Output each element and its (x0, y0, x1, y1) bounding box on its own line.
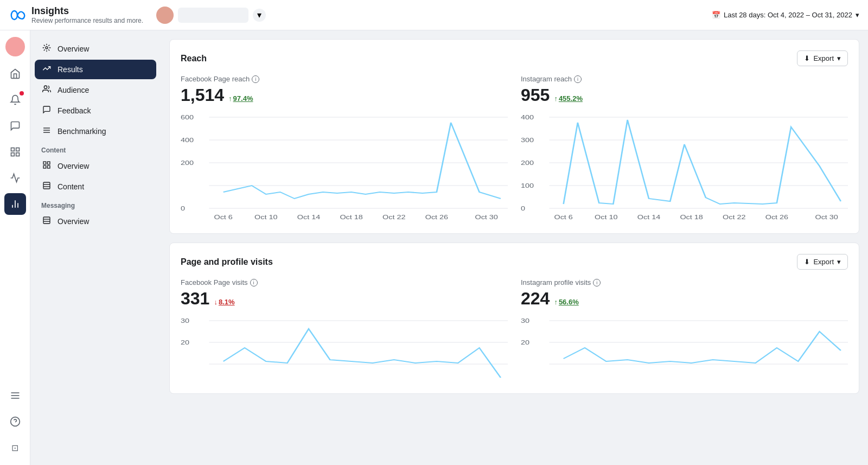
date-range-text: Last 28 days: Oct 4, 2022 – Oct 31, 2022 (724, 11, 852, 19)
main-layout: ⊡ Overview Results Audience Feedba (0, 30, 868, 465)
visits-card-header: Page and profile visits ⬇ Export ▾ (181, 254, 848, 270)
nav-insights-button[interactable] (4, 193, 26, 215)
meta-logo-icon (9, 7, 26, 24)
fb-reach-number: 1,514 (181, 85, 224, 105)
visits-title: Page and profile visits (181, 257, 273, 267)
fb-visits-info-icon[interactable]: i (250, 279, 258, 286)
reach-export-button[interactable]: ⬇ Export ▾ (797, 50, 848, 66)
sidebar-messaging-overview-label: Overview (58, 217, 89, 226)
svg-text:300: 300 (521, 137, 534, 144)
icon-bar-bottom: ⊡ (4, 385, 26, 458)
sidebar-benchmarking-label: Benchmarking (58, 127, 106, 136)
sidebar-feedback-label: Feedback (58, 106, 91, 115)
profile-area: ▾ (156, 7, 712, 24)
svg-text:30: 30 (521, 317, 529, 324)
svg-text:Oct 18: Oct 18 (340, 214, 362, 221)
svg-text:400: 400 (521, 114, 534, 121)
svg-text:30: 30 (181, 317, 189, 324)
nav-help-button[interactable] (4, 411, 26, 432)
instagram-reach-section: Instagram reach i 955 ↑ 455.2% (521, 75, 848, 222)
svg-rect-22 (43, 182, 50, 189)
nav-home-button[interactable] (4, 63, 26, 85)
visits-charts-grid: Facebook Page visits i 331 ↓ 8.1% (181, 278, 848, 383)
icon-bar: ⊡ (0, 30, 30, 465)
app-subtitle: Review performance results and more. (31, 17, 143, 24)
svg-text:Oct 30: Oct 30 (475, 214, 497, 221)
svg-text:Oct 10: Oct 10 (595, 214, 617, 221)
visits-download-icon: ⬇ (804, 258, 810, 266)
ig-reach-number: 955 (521, 85, 550, 105)
fb-visits-value-row: 331 ↓ 8.1% (181, 289, 508, 309)
svg-text:400: 400 (181, 137, 194, 144)
nav-notifications-button[interactable] (4, 89, 26, 111)
svg-text:Oct 6: Oct 6 (214, 214, 232, 221)
sidebar-item-content-content[interactable]: Content (35, 177, 156, 196)
nav-pages-button[interactable] (4, 141, 26, 163)
nav-messages-button[interactable] (4, 115, 26, 137)
ig-visits-info-icon[interactable]: i (593, 279, 601, 286)
nav-toggle-panel-button[interactable]: ⊡ (4, 437, 26, 458)
sidebar-item-benchmarking[interactable]: Benchmarking (35, 122, 156, 141)
app-logo: Insights Review performance results and … (9, 5, 143, 24)
reach-export-label: Export (813, 54, 834, 62)
notification-badge (20, 91, 24, 95)
fb-visits-change: ↓ 8.1% (214, 298, 234, 306)
sidebar-item-overview[interactable]: Overview (35, 39, 156, 59)
sidebar-content-overview-label: Overview (58, 162, 89, 170)
audience-icon (41, 85, 52, 95)
export-chevron: ▾ (837, 54, 841, 62)
ig-reach-label: Instagram reach i (521, 75, 848, 83)
svg-text:Oct 26: Oct 26 (765, 214, 788, 221)
sidebar-item-results[interactable]: Results (35, 60, 156, 79)
svg-rect-19 (47, 162, 50, 164)
icon-bar-avatar[interactable] (5, 37, 25, 56)
fb-reach-info-icon[interactable]: i (252, 75, 259, 83)
svg-text:Oct 30: Oct 30 (815, 214, 838, 221)
benchmarking-icon (41, 126, 52, 137)
nav-ads-button[interactable] (4, 167, 26, 189)
fb-reach-label: Facebook Page reach i (181, 75, 508, 83)
profile-name[interactable] (178, 8, 248, 23)
svg-text:Oct 14: Oct 14 (297, 214, 320, 221)
sidebar-item-content-overview[interactable]: Overview (35, 156, 156, 176)
svg-text:0: 0 (181, 205, 185, 212)
profile-dropdown[interactable]: ▾ (253, 9, 266, 22)
facebook-reach-section: Facebook Page reach i 1,514 ↑ 97.4% (181, 75, 508, 222)
reach-title: Reach (181, 54, 207, 63)
svg-text:100: 100 (521, 182, 534, 189)
svg-text:Oct 22: Oct 22 (723, 214, 745, 221)
sidebar-item-feedback[interactable]: Feedback (35, 101, 156, 120)
fb-reach-chart: 600 400 200 0 Oct 6 Oct 10 Oct 14 Oct 18… (181, 112, 508, 222)
profile-avatar[interactable] (156, 7, 174, 24)
content-section-label: Content (35, 142, 156, 156)
visits-export-button[interactable]: ⬇ Export ▾ (797, 254, 848, 270)
svg-rect-18 (43, 162, 46, 164)
reach-card: Reach ⬇ Export ▾ Facebook Page reach i 1… (169, 39, 859, 234)
svg-rect-3 (11, 153, 14, 156)
ig-visits-change: ↑ 56.6% (554, 298, 578, 306)
svg-rect-2 (16, 148, 19, 151)
svg-text:Oct 22: Oct 22 (382, 214, 405, 221)
nav-menu-button[interactable] (4, 385, 26, 406)
ig-visits-chart: 30 20 (521, 315, 848, 383)
feedback-icon (41, 105, 52, 116)
ig-reach-info-icon[interactable]: i (574, 75, 582, 83)
sidebar-item-messaging-overview[interactable]: Overview (35, 212, 156, 231)
sidebar-content-label: Content (58, 182, 84, 191)
svg-text:20: 20 (181, 339, 189, 346)
calendar-icon: 📅 (712, 11, 720, 19)
date-range-chevron: ▾ (856, 11, 859, 19)
sidebar-results-label: Results (58, 65, 83, 74)
svg-rect-4 (16, 153, 19, 156)
date-range-selector[interactable]: 📅 Last 28 days: Oct 4, 2022 – Oct 31, 20… (712, 11, 859, 19)
sidebar-overview-label: Overview (58, 44, 89, 53)
sidebar-item-audience[interactable]: Audience (35, 80, 156, 100)
svg-rect-1 (11, 148, 14, 151)
messaging-overview-icon (41, 216, 52, 227)
fb-reach-change: ↑ 97.4% (228, 94, 253, 103)
reach-card-header: Reach ⬇ Export ▾ (181, 50, 848, 66)
ig-reach-change: ↑ 455.2% (554, 94, 583, 103)
messaging-section-label: Messaging (35, 198, 156, 212)
svg-text:0: 0 (521, 205, 525, 212)
svg-point-14 (44, 86, 47, 88)
